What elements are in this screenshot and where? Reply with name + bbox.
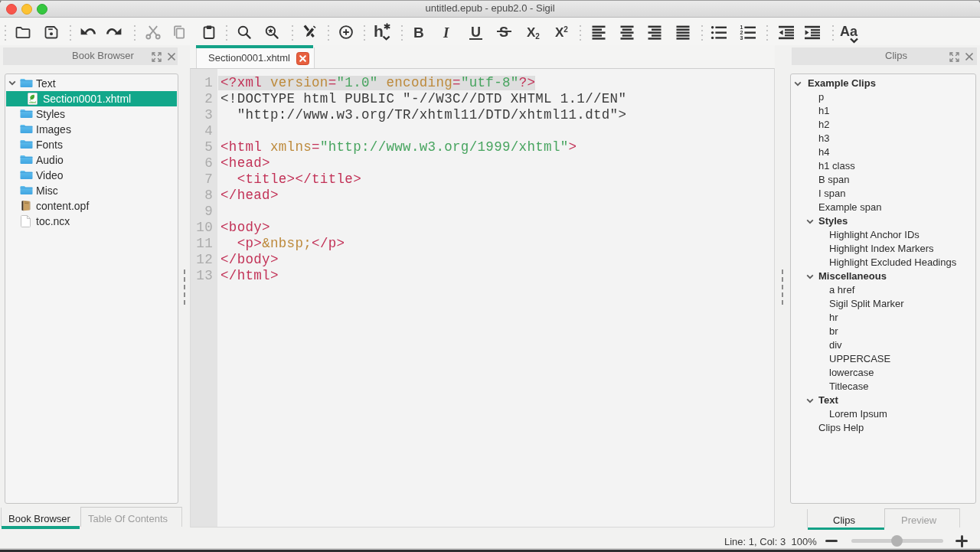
svg-text:3: 3 — [740, 35, 743, 41]
svg-text:xhtml: xhtml — [29, 101, 36, 104]
